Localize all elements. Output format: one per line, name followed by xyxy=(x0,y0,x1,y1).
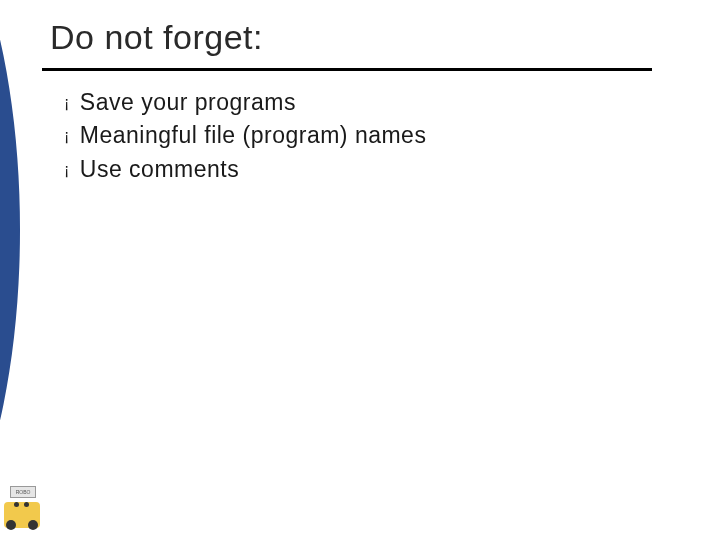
bullet-marker-icon: ¡ xyxy=(64,158,70,181)
title-underline xyxy=(42,68,652,71)
list-item: ¡ Meaningful file (program) names xyxy=(64,119,426,152)
list-item: ¡ Use comments xyxy=(64,153,426,186)
logo-eye xyxy=(24,502,29,507)
list-item: ¡ Save your programs xyxy=(64,86,426,119)
bullet-list: ¡ Save your programs ¡ Meaningful file (… xyxy=(64,86,426,186)
logo-wheel xyxy=(6,520,16,530)
bullet-text: Save your programs xyxy=(80,86,296,119)
logo-eye xyxy=(14,502,19,507)
logo-label: ROBO xyxy=(10,486,36,498)
slide-left-curve-decoration xyxy=(0,0,60,540)
logo-wheel xyxy=(28,520,38,530)
slide-title: Do not forget: xyxy=(50,18,263,57)
bullet-marker-icon: ¡ xyxy=(64,124,70,147)
robot-logo-icon: ROBO xyxy=(0,480,46,530)
bullet-text: Meaningful file (program) names xyxy=(80,119,427,152)
bullet-marker-icon: ¡ xyxy=(64,91,70,114)
curve-blue xyxy=(0,0,20,540)
bullet-text: Use comments xyxy=(80,153,239,186)
